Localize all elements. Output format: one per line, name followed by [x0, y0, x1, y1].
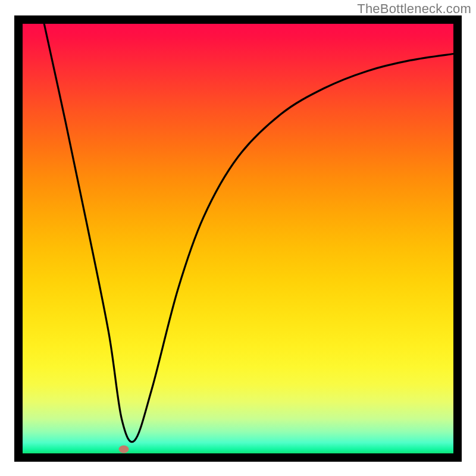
optimum-marker — [119, 445, 129, 453]
curve-svg — [23, 24, 453, 453]
chart-frame — [14, 15, 462, 462]
watermark-text: TheBottleneck.com — [357, 1, 471, 17]
chart-stage: TheBottleneck.com — [0, 0, 476, 476]
bottleneck-curve — [44, 24, 453, 442]
plot-area — [23, 24, 453, 453]
